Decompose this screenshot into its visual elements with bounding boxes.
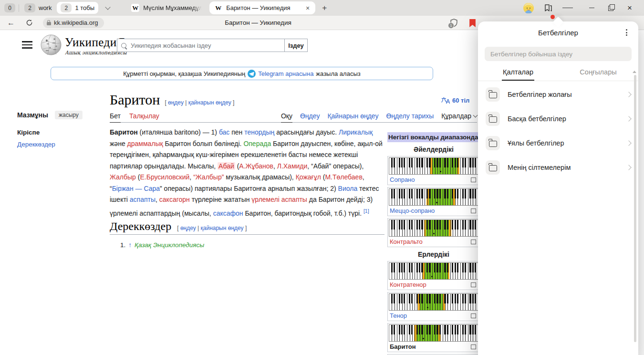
bookmarks-panel-button[interactable] [543, 3, 553, 13]
vocal-range-label[interactable]: Меццо-сопрано [390, 207, 435, 214]
piano-range-image[interactable] [389, 219, 478, 237]
profile-avatar[interactable] [523, 3, 534, 13]
inline-link[interactable]: Е.Брусиловский [140, 173, 189, 181]
tab-counter-badge[interactable]: 0 [4, 3, 15, 12]
inline-link[interactable]: Виола [338, 185, 358, 192]
inline-link[interactable]: Біржан — Сара [112, 185, 160, 192]
back-button[interactable]: ← [4, 17, 18, 29]
expand-image-icon[interactable] [471, 240, 476, 244]
inline-link[interactable]: Жалбыр [110, 173, 136, 181]
inline-link[interactable]: Л.Хамиди [277, 162, 308, 170]
inline-link[interactable]: Абай [218, 162, 235, 170]
scrollbar-thumb[interactable] [634, 75, 636, 342]
expand-image-icon[interactable] [471, 345, 476, 349]
keyboard-black [401, 263, 403, 272]
wiki-hamburger-button[interactable] [22, 41, 32, 49]
inline-link[interactable]: қайнарын өңдеу [201, 225, 244, 231]
keyboard-sep [450, 158, 451, 174]
expand-image-icon[interactable] [471, 178, 476, 182]
piano-range-image[interactable] [389, 157, 478, 175]
bookmark-folder-row[interactable]: Ұялы бетбелгілер [478, 131, 638, 155]
wiki-search-input[interactable] [130, 42, 284, 50]
tab-recent[interactable]: Соңғылары [558, 61, 638, 81]
inline-link[interactable]: Операда [243, 140, 271, 147]
bookmarks-search-input[interactable] [489, 50, 627, 58]
group-chevron-button[interactable] [103, 3, 113, 13]
piano-range-image[interactable] [389, 293, 478, 311]
tab-muslim[interactable]: W Мүслім Мұхаммедұлы Ма [126, 1, 207, 14]
expand-image-icon[interactable] [471, 209, 476, 213]
browser-menu-button[interactable] [562, 3, 573, 13]
protect-shield-button[interactable]: 1 [450, 19, 458, 27]
inline-link[interactable]: аспапты [130, 196, 156, 203]
expand-image-icon[interactable] [471, 313, 476, 318]
inline-link[interactable]: бас [219, 128, 229, 136]
new-tab-button[interactable]: + [318, 2, 331, 14]
bookmarks-search-box[interactable] [485, 47, 632, 61]
article-tab-талқылау[interactable]: Талқылау [129, 112, 159, 122]
inline-link[interactable]: драммалық [127, 140, 163, 147]
inline-link[interactable]: өңдеу [168, 99, 184, 106]
toc-item-intro[interactable]: Кіріспе [17, 129, 103, 136]
inline-link[interactable]: А.Жұбанов [239, 162, 273, 170]
bookmarks-menu-button[interactable] [623, 29, 630, 36]
telegram-link[interactable]: Telegram арнасына [258, 70, 313, 77]
scrollbar-up-arrow[interactable] [633, 69, 636, 73]
inline-link[interactable]: Қожағұл [296, 173, 321, 181]
bookmark-folder-row[interactable]: Бетбелгілер жолағы [478, 82, 638, 106]
article-tab-өңдеу[interactable]: Өңдеу [300, 112, 320, 122]
article-tab-өңделу-тарихы[interactable]: Өңделу тарихы [386, 112, 434, 122]
inline-link[interactable]: үрлемелі аспапты [251, 196, 307, 203]
article-tab-қайнарын-өңдеу[interactable]: Қайнарын өңдеу [327, 112, 378, 122]
tab-title: Баритон — Уикипедия [226, 4, 301, 11]
reload-button[interactable] [22, 17, 36, 29]
tab-group-work[interactable]: 2 work [22, 3, 53, 12]
inline-link[interactable]: М.Төлебаев [325, 173, 362, 181]
vocal-range-label[interactable]: Сопрано [390, 176, 415, 183]
inline-link[interactable]: саксафон [213, 209, 243, 217]
vocal-range-label[interactable]: Контратенор [390, 281, 426, 288]
expand-image-icon[interactable] [471, 282, 476, 287]
chevron-right-icon [626, 92, 631, 97]
bookmark-folder-row[interactable]: Басқа бетбелгілер [478, 106, 638, 131]
inline-link[interactable]: [1] [364, 208, 369, 214]
window-minimize-button[interactable] [582, 0, 601, 16]
text-run: | [184, 99, 188, 106]
vocal-range-label[interactable]: Контральто [390, 238, 423, 245]
piano-range-image[interactable] [389, 262, 478, 280]
reference-backlink[interactable]: ↑ [128, 241, 132, 249]
wiki-search-button[interactable]: Іздеу [285, 39, 308, 52]
tab-folders[interactable]: Қалталар [478, 61, 558, 81]
article-tab-құралдар[interactable]: Құралдар [441, 112, 477, 122]
tab-group-active[interactable]: 2 1 тобы [57, 2, 98, 14]
tab-bariton-active[interactable]: W Баритон — Уикипедия × [209, 1, 315, 14]
toc-item-references[interactable]: Дереккөздер [17, 141, 103, 148]
inline-link[interactable]: Лирикалық [339, 128, 373, 136]
inline-link[interactable]: өңдеу [180, 225, 196, 231]
inline-link[interactable]: “Жалбыр” [193, 173, 224, 181]
piano-range-image[interactable] [389, 324, 478, 342]
article-tab-бет[interactable]: Бет [110, 112, 121, 123]
inline-link[interactable]: қайнарын өңдеу [188, 99, 231, 106]
inline-link[interactable]: тенордың [244, 128, 274, 136]
reference-source-link[interactable]: Қазақ Энциклопедиясы [135, 241, 204, 249]
keyboard-sep [468, 158, 468, 174]
keyboard-black [447, 158, 448, 167]
wikipedia-globe-logo[interactable] [40, 33, 62, 56]
close-tab-icon[interactable]: × [305, 4, 311, 12]
piano-range-image[interactable] [389, 188, 478, 206]
bookmark-folder-row[interactable]: Менің сілтемелерім [478, 155, 638, 179]
article-tab-оқу[interactable]: Оқу [281, 112, 292, 123]
keyboard-black [455, 220, 456, 230]
bookmarks-popup: Бетбелгілер Қалталар Соңғылары Бетбелгіл… [478, 21, 638, 355]
toc-hide-button[interactable]: жасыру [55, 111, 83, 119]
window-restore-button[interactable] [601, 0, 620, 16]
window-close-button[interactable]: × [620, 0, 639, 16]
vocal-range-label[interactable]: Тенор [390, 312, 407, 319]
wiki-search-box[interactable] [117, 39, 285, 52]
language-selector[interactable]: 60 тіл [441, 97, 469, 104]
restore-icon [608, 6, 613, 11]
inline-link[interactable]: саксагорн [159, 196, 190, 203]
bookmark-added-icon[interactable] [469, 19, 476, 27]
url-field[interactable]: kk.wikipedia.org [43, 18, 104, 28]
